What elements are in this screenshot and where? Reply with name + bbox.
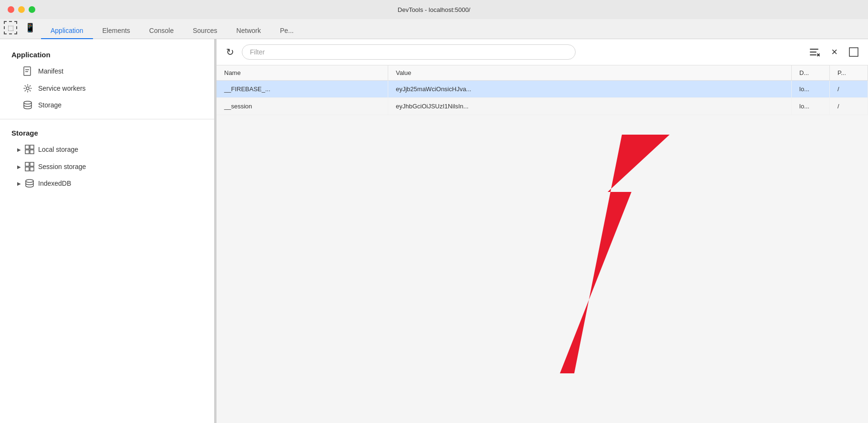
toolbar-actions: × [807,44,860,60]
storage-label: Storage [38,101,62,109]
sidebar-item-service-workers[interactable]: Service workers [0,80,214,97]
service-workers-label: Service workers [38,85,86,92]
main-content: Application Manifest Service workers [0,39,868,423]
header-domain: D... [792,65,830,80]
local-storage-arrow: ▶ [17,147,21,152]
manifest-icon [23,66,32,76]
table-row[interactable]: __session eyJhbGciOiJSUzI1NilsIn... lo..… [217,98,868,115]
cookies-table: Name Value D... P... __FIREBASE_... eyJj… [217,65,868,423]
cell-path-1: / [830,81,868,97]
svg-rect-0 [24,67,31,75]
window-title: DevTools - localhost:5000/ [398,6,470,13]
filter-lines-button[interactable] [807,46,822,58]
svg-rect-19 [849,48,858,56]
tab-application[interactable]: Application [41,23,93,39]
tab-elements[interactable]: Elements [93,23,140,39]
svg-rect-11 [25,167,29,171]
tab-performance[interactable]: Pe... [270,23,303,39]
local-storage-label: Local storage [38,146,78,153]
service-workers-icon [23,84,32,93]
sidebar-divider-1 [0,119,214,119]
svg-rect-8 [30,150,34,154]
sidebar: Application Manifest Service workers [0,39,215,423]
tab-bar: ⬚ 📱 Application Elements Console Sources… [0,19,868,39]
storage-icon [23,101,32,109]
sidebar-item-manifest[interactable]: Manifest [0,63,214,80]
svg-point-3 [26,87,29,90]
indexed-db-icon [25,179,34,188]
manifest-label: Manifest [38,67,63,75]
cell-name-2: __session [217,98,388,115]
cell-domain-2: lo... [792,98,830,115]
svg-point-13 [26,180,33,182]
cell-value-2: eyJhbGciOiJSUzI1NilsIn... [388,98,792,115]
tab-sources[interactable]: Sources [183,23,227,39]
session-storage-arrow: ▶ [17,164,21,169]
traffic-lights [8,6,35,13]
devtools-toolbar-icons: ⬚ 📱 [4,21,41,39]
clear-button[interactable]: × [829,44,839,60]
panel-wrapper: ↻ × [217,39,868,423]
table-row[interactable]: __FIREBASE_... eyJjb25maWciOnsicHJva... … [217,81,868,98]
sidebar-item-session-storage[interactable]: ▶ Session storage [0,158,214,175]
svg-point-4 [24,101,31,104]
header-name: Name [217,65,388,80]
device-toggle-icon[interactable]: 📱 [23,21,37,35]
session-storage-icon [25,162,34,171]
tab-network[interactable]: Network [227,23,270,39]
indexed-db-label: IndexedDB [38,180,71,187]
svg-rect-9 [25,162,29,166]
header-path: P... [830,65,868,80]
title-bar: DevTools - localhost:5000/ [0,0,868,19]
minimize-button[interactable] [18,6,25,13]
svg-rect-5 [25,145,29,149]
table-header: Name Value D... P... [217,65,868,81]
indexed-db-arrow: ▶ [17,181,21,186]
svg-rect-12 [30,167,34,171]
session-storage-label: Session storage [38,163,86,170]
svg-rect-10 [30,162,34,166]
cell-value-1: eyJjb25maWciOnsicHJva... [388,81,792,97]
sidebar-item-indexed-db[interactable]: ▶ IndexedDB [0,175,214,191]
refresh-button[interactable]: ↻ [224,44,236,60]
selector-icon[interactable]: ⬚ [4,21,17,34]
filter-input[interactable] [242,44,576,60]
close-button[interactable] [8,6,14,13]
svg-rect-6 [30,145,34,149]
svg-rect-7 [25,150,29,154]
cell-name-1: __FIREBASE_... [217,81,388,97]
application-section-title: Application [0,47,214,63]
maximize-button[interactable] [29,6,35,13]
panel-toolbar: ↻ × [217,39,868,65]
checkbox-button[interactable] [847,45,860,59]
sidebar-item-storage[interactable]: Storage [0,97,214,113]
local-storage-icon [25,145,34,154]
tab-console[interactable]: Console [140,23,183,39]
cell-path-2: / [830,98,868,115]
storage-section-title: Storage [0,125,214,141]
sidebar-item-local-storage[interactable]: ▶ Local storage [0,141,214,158]
header-value: Value [388,65,792,80]
cell-domain-1: lo... [792,81,830,97]
